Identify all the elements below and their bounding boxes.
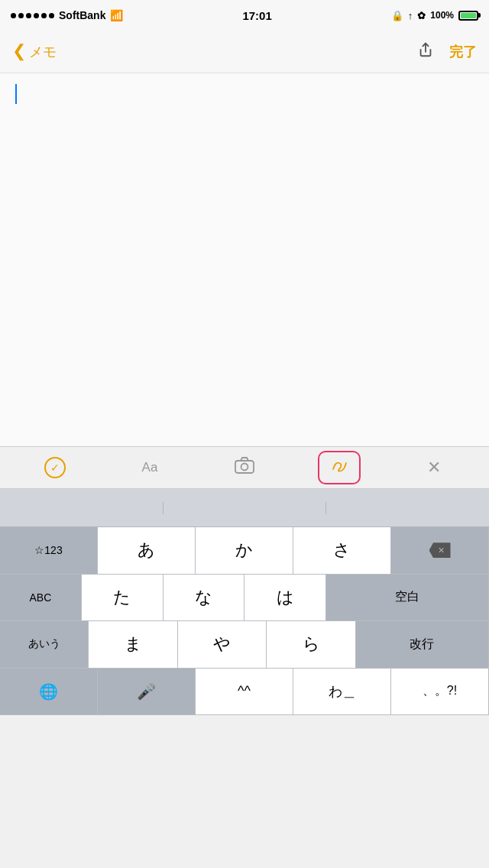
key-ka[interactable]: か bbox=[196, 527, 293, 575]
key-ha[interactable]: は bbox=[244, 575, 326, 622]
key-label: ABC bbox=[30, 591, 52, 604]
nav-bar: ❮ メモ 完了 bbox=[0, 31, 489, 73]
key-label: な bbox=[195, 586, 212, 609]
key-label: あいう bbox=[28, 637, 60, 651]
key-caret[interactable]: ^^ bbox=[196, 669, 293, 716]
signal-dots bbox=[11, 13, 54, 18]
suggestion-2[interactable] bbox=[164, 502, 327, 514]
key-row-4: 🌐 🎤 ^^ わ＿ 、。?! bbox=[0, 669, 489, 716]
key-abc[interactable]: ABC bbox=[0, 575, 82, 622]
close-icon: ✕ bbox=[427, 458, 441, 478]
camera-icon bbox=[235, 457, 254, 478]
draw-button[interactable] bbox=[318, 451, 361, 484]
checklist-button[interactable]: ✓ bbox=[34, 451, 76, 484]
carrier-name: SoftBank bbox=[59, 9, 105, 21]
battery-fill bbox=[461, 13, 476, 18]
key-label: あ bbox=[138, 539, 155, 562]
signal-dot-3 bbox=[26, 13, 31, 18]
share-button[interactable] bbox=[417, 41, 434, 62]
format-button[interactable]: Aa bbox=[128, 451, 171, 484]
key-ma[interactable]: ま bbox=[89, 621, 177, 669]
key-label: わ＿ bbox=[329, 682, 356, 701]
back-chevron-icon: ❮ bbox=[12, 43, 26, 60]
key-a[interactable]: あ bbox=[98, 527, 196, 575]
key-row-2: ABC た な は 空白 bbox=[0, 575, 489, 622]
key-label: は bbox=[277, 586, 294, 609]
done-button[interactable]: 完了 bbox=[449, 43, 477, 61]
aa-icon: Aa bbox=[142, 460, 158, 475]
svg-point-1 bbox=[241, 464, 248, 471]
battery-icon bbox=[458, 11, 478, 21]
key-label: ら bbox=[303, 633, 320, 656]
suggestion-3[interactable] bbox=[326, 502, 489, 514]
svg-rect-0 bbox=[235, 461, 254, 473]
key-globe[interactable]: 🌐 bbox=[0, 669, 98, 716]
battery-percent: 100% bbox=[430, 10, 454, 21]
keyboard[interactable]: ☆123 あ か さ ✕ ABC た な は 空白 あいう ま や ら 改行 🌐… bbox=[0, 489, 489, 715]
mic-icon: 🎤 bbox=[137, 682, 156, 701]
lock-icon: 🔒 bbox=[391, 10, 403, 21]
suggestion-1[interactable] bbox=[0, 502, 164, 514]
signal-dot-5 bbox=[41, 13, 47, 18]
key-mic[interactable]: 🎤 bbox=[98, 669, 196, 716]
key-wa[interactable]: わ＿ bbox=[293, 669, 391, 716]
camera-button[interactable] bbox=[223, 451, 266, 484]
status-left: SoftBank 📶 bbox=[11, 9, 123, 21]
key-label: ^^ bbox=[238, 683, 251, 699]
key-aiou[interactable]: あいう bbox=[0, 621, 89, 669]
location-icon: ↑ bbox=[408, 10, 413, 21]
back-button[interactable]: ❮ メモ bbox=[12, 43, 57, 61]
key-label: 改行 bbox=[410, 636, 434, 653]
draw-icon bbox=[329, 455, 349, 480]
key-na[interactable]: な bbox=[164, 575, 245, 622]
key-delete[interactable]: ✕ bbox=[391, 527, 489, 575]
globe-icon: 🌐 bbox=[39, 682, 58, 701]
status-bar: SoftBank 📶 17:01 🔒 ↑ ✿ 100% bbox=[0, 0, 489, 31]
key-row-1: ☆123 あ か さ ✕ bbox=[0, 527, 489, 575]
formatting-toolbar: ✓ Aa ✕ bbox=[0, 446, 489, 489]
key-enter[interactable]: 改行 bbox=[356, 621, 489, 669]
close-toolbar-button[interactable]: ✕ bbox=[413, 451, 455, 484]
key-space[interactable]: 空白 bbox=[326, 575, 489, 622]
key-punct[interactable]: 、。?! bbox=[391, 669, 489, 716]
key-label: か bbox=[235, 539, 253, 562]
check-circle-icon: ✓ bbox=[44, 457, 66, 478]
key-123[interactable]: ☆123 bbox=[0, 527, 98, 575]
signal-dot-2 bbox=[18, 13, 24, 18]
signal-dot-6 bbox=[49, 13, 54, 18]
key-row-3: あいう ま や ら 改行 bbox=[0, 621, 489, 669]
back-label: メモ bbox=[29, 43, 57, 61]
key-label: さ bbox=[333, 539, 351, 562]
key-label: 、。?! bbox=[423, 683, 457, 699]
key-sa[interactable]: さ bbox=[293, 527, 391, 575]
status-time: 17:01 bbox=[242, 9, 271, 22]
check-mark: ✓ bbox=[50, 462, 60, 474]
signal-dot-1 bbox=[11, 13, 16, 18]
key-label: や bbox=[213, 633, 231, 656]
key-ya[interactable]: や bbox=[178, 621, 267, 669]
key-ta[interactable]: た bbox=[82, 575, 164, 622]
nav-actions: 完了 bbox=[417, 41, 477, 62]
wifi-icon: 📶 bbox=[110, 9, 123, 21]
text-cursor bbox=[15, 84, 17, 104]
key-label: ま bbox=[125, 633, 142, 656]
signal-dot-4 bbox=[34, 13, 39, 18]
keyboard-keys: ☆123 あ か さ ✕ ABC た な は 空白 あいう ま や ら 改行 🌐… bbox=[0, 527, 489, 715]
key-label: ☆123 bbox=[34, 544, 62, 556]
note-content-area[interactable] bbox=[0, 73, 489, 446]
delete-icon: ✕ bbox=[429, 542, 451, 558]
key-ra[interactable]: ら bbox=[267, 621, 355, 669]
suggestion-bar bbox=[0, 489, 489, 527]
key-label: た bbox=[113, 586, 131, 609]
bluetooth-icon: ✿ bbox=[417, 10, 426, 21]
status-right: 🔒 ↑ ✿ 100% bbox=[391, 10, 478, 21]
key-label: 空白 bbox=[395, 589, 419, 605]
